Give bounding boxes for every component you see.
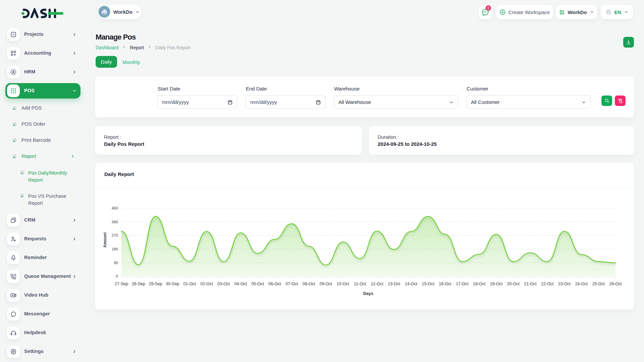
svg-text:13-Oct: 13-Oct	[388, 282, 400, 286]
svg-text:21-Oct: 21-Oct	[524, 282, 537, 286]
svg-text:05-Oct: 05-Oct	[252, 282, 264, 286]
svg-text:20-Oct: 20-Oct	[507, 282, 520, 286]
svg-text:07-Oct: 07-Oct	[285, 282, 298, 286]
svg-text:Days: Days	[363, 291, 373, 296]
svg-text:25-Oct: 25-Oct	[592, 282, 605, 286]
svg-text:27-Sep: 27-Sep	[115, 282, 128, 286]
svg-text:12-Oct: 12-Oct	[371, 282, 383, 286]
svg-text:09-Oct: 09-Oct	[320, 282, 332, 286]
svg-text:03-Oct: 03-Oct	[217, 282, 230, 286]
svg-text:06-Oct: 06-Oct	[268, 282, 281, 286]
svg-text:15-Oct: 15-Oct	[422, 282, 435, 286]
svg-text:02-Oct: 02-Oct	[200, 282, 213, 286]
svg-text:24-Oct: 24-Oct	[575, 282, 588, 286]
svg-text:10-Oct: 10-Oct	[337, 282, 350, 286]
svg-text:22-Oct: 22-Oct	[541, 282, 554, 286]
svg-text:11-Oct: 11-Oct	[354, 282, 366, 286]
svg-text:180: 180	[112, 247, 118, 251]
svg-text:360: 360	[112, 220, 118, 224]
svg-text:19-Oct: 19-Oct	[490, 282, 503, 286]
svg-text:29-Sep: 29-Sep	[149, 282, 162, 286]
svg-text:04-Oct: 04-Oct	[234, 282, 247, 286]
svg-text:0: 0	[116, 274, 118, 278]
svg-text:08-Oct: 08-Oct	[303, 282, 315, 286]
svg-text:16-Oct: 16-Oct	[439, 282, 451, 286]
svg-text:18-Oct: 18-Oct	[473, 282, 486, 286]
svg-text:01-Oct: 01-Oct	[183, 282, 196, 286]
svg-text:450: 450	[112, 206, 118, 210]
svg-text:90: 90	[114, 261, 118, 265]
svg-text:Amount: Amount	[103, 232, 107, 247]
svg-text:14-Oct: 14-Oct	[405, 282, 418, 286]
svg-text:23-Oct: 23-Oct	[558, 282, 571, 286]
svg-text:17-Oct: 17-Oct	[456, 282, 469, 286]
svg-text:30-Sep: 30-Sep	[166, 282, 179, 286]
svg-text:270: 270	[112, 233, 118, 237]
svg-text:26-Oct: 26-Oct	[609, 282, 622, 286]
svg-text:28-Sep: 28-Sep	[132, 282, 145, 286]
